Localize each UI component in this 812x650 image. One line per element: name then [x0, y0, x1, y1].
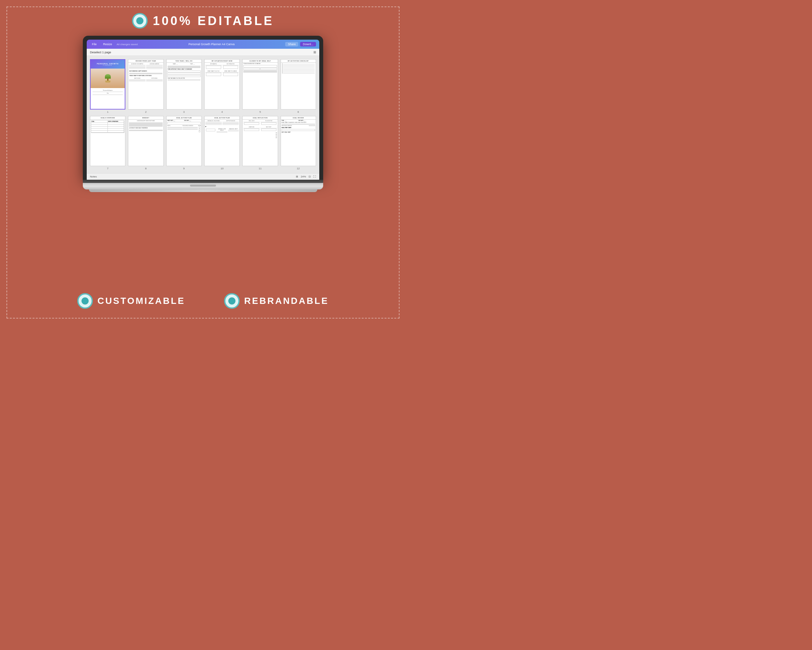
bottom-badges: CUSTOMIZABLE REBRANDABLE — [77, 293, 329, 309]
laptop-bezel: File Resize All changes saved Personal G… — [83, 36, 323, 180]
notes-label: Notes — [90, 175, 97, 178]
canvas-bottom-bar: Notes ⊞ 24% ⊡ ⛶ — [87, 173, 319, 180]
page-thumb-5[interactable]: CLOSER TO MY IDEAL SELF VISUALIZE A BRIG… — [242, 59, 278, 113]
page-number-11: 11 — [259, 167, 262, 170]
resize-button[interactable]: Resize — [101, 42, 114, 46]
page-number-3: 3 — [183, 110, 185, 113]
page-thumb-2[interactable]: REVIEW FROM LAST YEAR ACHIEVED / DID HAP… — [128, 59, 163, 113]
page-indicator-icon: ⊞ — [296, 175, 298, 178]
customizable-badge: CUSTOMIZABLE — [77, 293, 185, 309]
customizable-icon — [77, 293, 93, 309]
page-thumb-3[interactable]: THIS YEAR, I WILL DO NAME: ___ YEAR: ___… — [166, 59, 202, 113]
page-number-10: 10 — [221, 167, 223, 170]
top-badge-text: 100% EDITABLE — [153, 14, 274, 28]
editable-icon — [132, 13, 148, 29]
page-number-7: 7 — [107, 167, 108, 170]
fit-icon[interactable]: ⊡ — [308, 175, 311, 178]
save-status: All changes saved — [117, 43, 138, 46]
page-thumb-10[interactable]: GOAL ACTION PLAN OBSTACLES / SOLUTIONS S… — [204, 116, 240, 170]
fullscreen-icon[interactable]: ⛶ — [313, 175, 316, 178]
download-button[interactable]: Downl... — [300, 42, 316, 46]
page-thumb-4[interactable]: MY SITUATION RIGHT NOW I'M THANKFUL MY S… — [204, 59, 240, 113]
page-number-4: 4 — [221, 110, 223, 113]
page-number-1: 1 — [107, 110, 108, 113]
deselect-label[interactable]: Deselect 1 page — [90, 51, 111, 54]
zoom-level: 24% — [301, 175, 306, 178]
page-number-5: 5 — [259, 110, 261, 113]
page-thumb-11[interactable]: GOAL REFLECTION WELL GOES TO DO BETTER — [242, 116, 278, 170]
page-thumb-9[interactable]: GOAL ACTION PLAN START DATE: ___ END DAT… — [166, 116, 202, 170]
page-number-6: 6 — [298, 110, 299, 113]
rebrandable-label: REBRANDABLE — [244, 296, 329, 306]
document-title: Personal Growth Planner A4 Canva — [188, 43, 235, 46]
page-number-12: 12 — [297, 167, 300, 170]
page-number-9: 9 — [183, 167, 185, 170]
page-number-2: 2 — [145, 110, 147, 113]
page-row-2: GOALS OVERVIEW GOAL STEPS / STRATEGIES — [90, 116, 316, 170]
canvas-area: PERSONAL GROWTH PLANNER — [87, 56, 319, 173]
canva-toolbar: File Resize All changes saved Personal G… — [87, 40, 319, 49]
laptop-base — [83, 183, 323, 190]
canva-subtoolbar: Deselect 1 page ⊞ — [87, 49, 319, 56]
laptop-screen: File Resize All changes saved Personal G… — [87, 40, 319, 180]
customizable-label: CUSTOMIZABLE — [98, 296, 185, 306]
page-row-1: PERSONAL GROWTH PLANNER — [90, 59, 316, 113]
page-thumb-8[interactable]: MINDSET CHOOSE BELIEFS THAT DO NOT MISS — [128, 116, 163, 170]
rebrandable-badge: REBRANDABLE — [224, 293, 329, 309]
top-badge: 100% EDITABLE — [132, 13, 274, 29]
share-button[interactable]: Share — [285, 42, 298, 46]
page-number-8: 8 — [145, 167, 147, 170]
page-thumb-1[interactable]: PERSONAL GROWTH PLANNER — [90, 59, 125, 113]
grid-icon[interactable]: ⊞ — [313, 50, 316, 54]
laptop-stand — [89, 190, 317, 192]
file-menu[interactable]: File — [90, 42, 99, 46]
rebrandable-icon — [224, 293, 240, 309]
laptop-hinge — [83, 180, 323, 183]
page-thumb-6[interactable]: MY ACTIVITIES CHECKLIST — [281, 59, 316, 113]
page-thumb-7[interactable]: GOALS OVERVIEW GOAL STEPS / STRATEGIES — [90, 116, 125, 170]
page-thumb-12[interactable]: GOAL REVIEW GOAL: ___ END DATE: ___ WHAT… — [281, 116, 316, 170]
laptop-mockup: File Resize All changes saved Personal G… — [83, 36, 323, 192]
